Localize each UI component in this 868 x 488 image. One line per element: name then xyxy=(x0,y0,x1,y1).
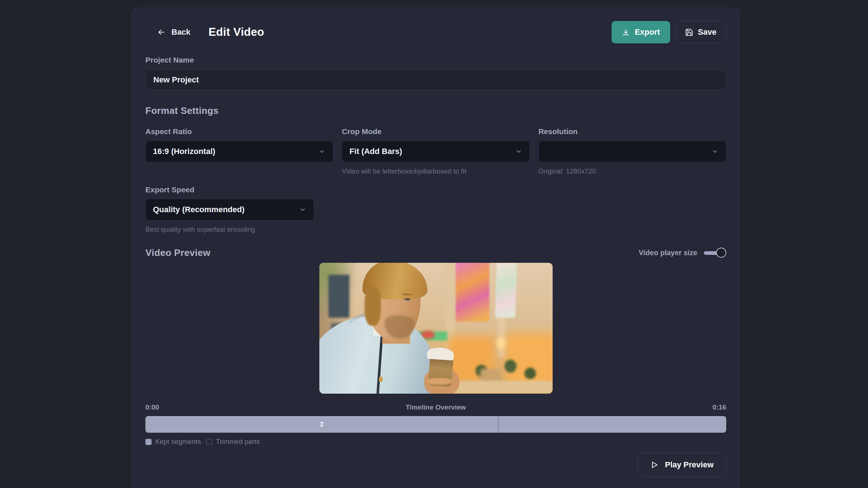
man-eye xyxy=(404,298,410,300)
export-label: Export xyxy=(635,27,660,37)
project-name-label: Project Name xyxy=(145,56,726,64)
kept-segments-label: Kept segments xyxy=(155,438,201,446)
play-preview-button[interactable]: Play Preview xyxy=(637,453,726,477)
export-speed-value: Quality (Recommended) xyxy=(153,205,244,214)
crop-mode-select[interactable]: Fit (Add Bars) xyxy=(342,141,529,162)
video-art-window xyxy=(328,275,349,318)
format-settings-heading: Format Settings xyxy=(145,105,726,116)
crop-mode-helper: Video will be letterboxed/pillarboxed to… xyxy=(342,167,529,175)
timeline-bar[interactable]: 2 xyxy=(145,416,726,433)
timeline-start-time: 0:00 xyxy=(145,403,159,411)
arrow-left-icon xyxy=(156,28,166,37)
export-speed-select[interactable]: Quality (Recommended) xyxy=(145,199,314,221)
floppy-disk-icon xyxy=(685,28,693,37)
play-preview-label: Play Preview xyxy=(665,460,714,470)
man-hair xyxy=(365,286,381,326)
chevron-down-icon xyxy=(318,148,326,155)
aspect-ratio-field: Aspect Ratio 16:9 (Horizontal) xyxy=(145,127,333,175)
legend-trimmed-parts: Trimmed parts xyxy=(206,438,260,446)
video-art-lamp xyxy=(497,337,506,349)
kept-segments-swatch xyxy=(145,439,152,445)
export-speed-helper: Best quality with superfast encoding xyxy=(145,226,314,234)
timeline-end-time: 0:16 xyxy=(712,403,726,411)
back-button[interactable]: Back xyxy=(156,27,191,37)
timeline-header: 0:00 Timeline Overview 0:16 xyxy=(145,403,726,412)
aspect-ratio-label: Aspect Ratio xyxy=(145,127,333,136)
back-label: Back xyxy=(171,27,191,37)
video-preview-heading: Video Preview xyxy=(145,247,210,258)
resolution-helper: Original: 1280x720 xyxy=(539,167,726,175)
edit-video-panel: Back Edit Video Export Save Project Name… xyxy=(132,8,740,488)
slider-thumb[interactable] xyxy=(716,248,726,258)
video-player-size-label: Video player size xyxy=(639,249,697,257)
legend-kept-segments: Kept segments xyxy=(145,438,201,446)
chevron-down-icon xyxy=(299,206,306,213)
export-button[interactable]: Export xyxy=(612,21,670,43)
chevron-down-icon xyxy=(515,148,522,155)
timeline-title: Timeline Overview xyxy=(406,403,466,411)
crop-mode-field: Crop Mode Fit (Add Bars) Video will be l… xyxy=(342,127,529,175)
resolution-label: Resolution xyxy=(539,127,726,136)
export-speed-field: Export Speed Quality (Recommended) Best … xyxy=(145,185,314,234)
play-triangle-icon xyxy=(650,461,659,469)
chevron-down-icon xyxy=(711,148,719,155)
video-art-banner-pink xyxy=(456,263,490,322)
resolution-field: Resolution Original: 1280x720 xyxy=(539,127,726,175)
man-zipper-pull xyxy=(379,377,383,382)
trimmed-parts-swatch xyxy=(206,439,212,445)
timeline-segment[interactable]: 2 xyxy=(145,416,498,433)
aspect-ratio-select[interactable]: 16:9 (Horizontal) xyxy=(145,141,333,162)
page-title: Edit Video xyxy=(209,26,264,39)
crop-mode-value: Fit (Add Bars) xyxy=(349,147,402,156)
video-preview-frame[interactable] xyxy=(319,263,553,394)
hand-fingers xyxy=(426,378,452,385)
timeline-segment[interactable] xyxy=(498,416,726,433)
video-art-plant xyxy=(505,360,516,373)
aspect-ratio-value: 16:9 (Horizontal) xyxy=(153,147,215,156)
video-player-size-slider[interactable] xyxy=(704,248,726,258)
timeline-legend: Kept segments Trimmed parts xyxy=(145,438,726,446)
save-label: Save xyxy=(698,27,716,37)
export-speed-label: Export Speed xyxy=(145,185,314,194)
download-icon xyxy=(622,28,630,37)
crop-mode-label: Crop Mode xyxy=(342,127,529,136)
video-player-size-control: Video player size xyxy=(639,248,726,258)
save-button[interactable]: Save xyxy=(675,21,726,43)
project-name-input[interactable] xyxy=(145,69,726,90)
trimmed-parts-label: Trimmed parts xyxy=(216,438,260,446)
resolution-select[interactable] xyxy=(539,141,726,162)
header: Back Edit Video Export Save xyxy=(145,8,726,43)
video-art-banner-white xyxy=(495,263,517,318)
